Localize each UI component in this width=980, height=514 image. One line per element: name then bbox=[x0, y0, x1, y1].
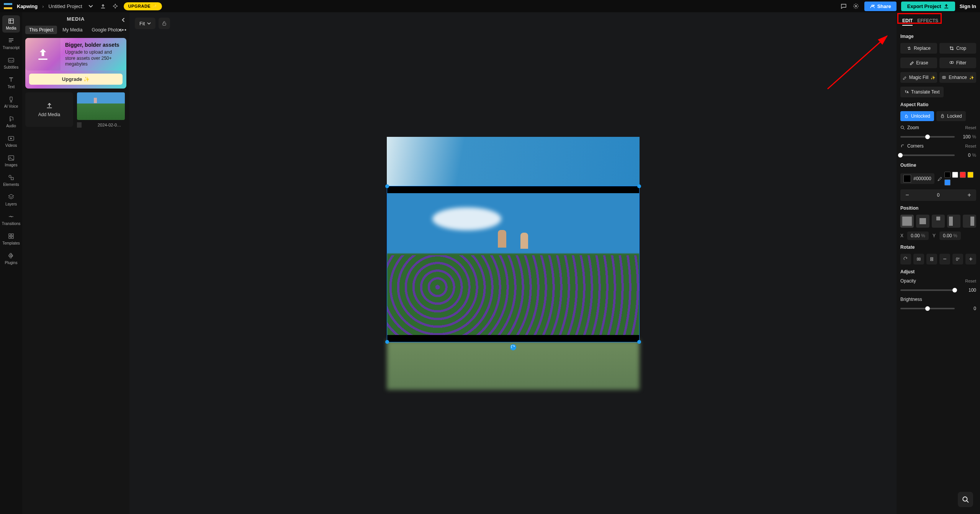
pos-right[interactable] bbox=[963, 215, 976, 228]
corners-slider[interactable] bbox=[900, 154, 955, 156]
resize-handle-bl[interactable] bbox=[385, 340, 389, 344]
comment-icon[interactable] bbox=[840, 2, 847, 10]
enhance-button[interactable]: Enhance✨ bbox=[939, 72, 976, 83]
rotate-handle[interactable] bbox=[510, 344, 516, 350]
swatch[interactable] bbox=[952, 172, 958, 178]
upgrade-pill[interactable]: UPGRADE ✨ bbox=[124, 2, 162, 10]
swatch[interactable] bbox=[960, 172, 966, 178]
promo-cta-button[interactable]: Upgrade ✨ bbox=[29, 74, 123, 85]
subtitles-icon bbox=[8, 57, 15, 64]
media-thumbnail[interactable] bbox=[77, 92, 125, 120]
plugins-icon bbox=[8, 252, 15, 259]
collapse-panel-button[interactable] bbox=[119, 16, 127, 24]
media-panel: MEDIA ••• This ProjectMy MediaGoogle Pho… bbox=[22, 12, 129, 514]
promo-desc: Upgrade to upload and store assets over … bbox=[65, 49, 122, 67]
zoom-reset[interactable]: Reset bbox=[965, 125, 976, 130]
swatch[interactable] bbox=[944, 172, 951, 178]
rail-item-elements[interactable]: Elements bbox=[2, 172, 20, 189]
text-icon bbox=[8, 76, 15, 83]
rail-item-subtitles[interactable]: Subtitles bbox=[2, 54, 20, 72]
tab-edit[interactable]: EDIT bbox=[902, 18, 913, 26]
magic-fill-button[interactable]: Magic Fill✨ bbox=[900, 72, 937, 83]
outline-plus-button[interactable]: + bbox=[962, 189, 976, 201]
media-filename: 2024-02-0… bbox=[77, 122, 125, 128]
resize-handle-br[interactable] bbox=[637, 340, 641, 344]
filter-button[interactable]: Filter bbox=[939, 57, 976, 68]
aspect-locked-chip[interactable]: Locked bbox=[936, 111, 966, 121]
rail-item-transitions[interactable]: Transitions bbox=[2, 211, 20, 228]
crop-button[interactable]: Crop bbox=[939, 43, 976, 54]
canvas[interactable]: Fit bbox=[129, 12, 897, 514]
pos-y-value[interactable]: 0.00 % bbox=[939, 232, 961, 240]
fit-dropdown[interactable]: Fit bbox=[135, 18, 155, 29]
opacity-slider[interactable] bbox=[900, 289, 955, 291]
rail-item-transcript[interactable]: Transcript bbox=[2, 35, 20, 52]
rail-item-templates[interactable]: Templates bbox=[2, 230, 20, 248]
zoom-slider[interactable] bbox=[900, 136, 955, 138]
pos-x-value[interactable]: 0.00 % bbox=[907, 232, 929, 240]
rail-label: Layers bbox=[5, 202, 17, 206]
project-name[interactable]: Untitled Project bbox=[49, 3, 82, 9]
opacity-reset[interactable]: Reset bbox=[965, 279, 976, 283]
sign-in-link[interactable]: Sign In bbox=[960, 3, 976, 9]
elements-icon bbox=[8, 174, 15, 181]
gear-icon[interactable] bbox=[852, 2, 860, 10]
right-sidebar: EDIT EFFECTS Image Replace Crop Erase Fi… bbox=[897, 12, 980, 514]
swatch[interactable] bbox=[944, 179, 951, 186]
pos-left[interactable] bbox=[947, 215, 960, 228]
rail-item-text[interactable]: Text bbox=[2, 74, 20, 91]
resize-handle-tl[interactable] bbox=[385, 184, 389, 188]
rail-item-aivoice[interactable]: AI Voice bbox=[2, 94, 20, 111]
rotate-minus-button[interactable]: − bbox=[939, 254, 950, 264]
rail-item-plugins[interactable]: Plugins bbox=[2, 250, 20, 267]
sparkle-icon[interactable] bbox=[111, 2, 119, 10]
transitions-icon bbox=[8, 213, 15, 220]
corners-reset[interactable]: Reset bbox=[965, 144, 976, 148]
selected-image[interactable] bbox=[387, 186, 640, 342]
search-fab[interactable] bbox=[958, 492, 973, 507]
rail-item-media[interactable]: Media bbox=[2, 15, 20, 33]
rail-item-audio[interactable]: Audio bbox=[2, 113, 20, 130]
aivoice-icon bbox=[8, 96, 15, 103]
rail-item-videos[interactable]: Videos bbox=[2, 133, 20, 150]
background-top bbox=[387, 137, 640, 187]
pos-y-label: Y bbox=[933, 233, 936, 238]
pos-fill[interactable] bbox=[900, 215, 914, 228]
rotate-value[interactable]: 0° bbox=[952, 254, 963, 264]
rotate-90-button[interactable] bbox=[900, 254, 911, 264]
media-tab-1[interactable]: My Media bbox=[59, 26, 86, 34]
translate-text-button[interactable]: Translate Text bbox=[900, 87, 944, 97]
brightness-label: Brightness bbox=[900, 297, 922, 302]
brightness-slider[interactable] bbox=[900, 308, 955, 309]
add-media-button[interactable]: Add Media bbox=[25, 92, 73, 127]
upload-icon[interactable] bbox=[99, 2, 107, 10]
export-button[interactable]: Export Project bbox=[901, 2, 955, 11]
flip-v-button[interactable] bbox=[926, 254, 937, 264]
rotate-plus-button[interactable]: + bbox=[965, 254, 976, 264]
outline-minus-button[interactable]: − bbox=[900, 189, 914, 201]
tab-effects[interactable]: EFFECTS bbox=[917, 18, 938, 26]
aspect-unlocked-chip[interactable]: Unlocked bbox=[900, 111, 934, 121]
audio-icon bbox=[8, 115, 15, 122]
pos-fit[interactable] bbox=[916, 215, 929, 228]
canvas-lock-button[interactable] bbox=[159, 18, 170, 29]
rail-label: AI Voice bbox=[4, 104, 18, 108]
outline-width-stepper[interactable]: − 0 + bbox=[900, 189, 976, 201]
swatch[interactable] bbox=[967, 172, 973, 178]
rail-item-layers[interactable]: Layers bbox=[2, 191, 20, 209]
brand-logo[interactable] bbox=[4, 3, 12, 9]
resize-handle-tr[interactable] bbox=[637, 184, 641, 188]
replace-button[interactable]: Replace bbox=[900, 43, 937, 54]
flip-h-button[interactable] bbox=[913, 254, 924, 264]
chevron-down-icon[interactable] bbox=[87, 2, 95, 10]
media-tab-0[interactable]: This Project bbox=[25, 26, 57, 34]
more-icon[interactable]: ••• bbox=[119, 27, 127, 33]
share-button[interactable]: Share bbox=[864, 2, 897, 11]
pos-top[interactable] bbox=[932, 215, 945, 228]
rail-item-images[interactable]: Images bbox=[2, 152, 20, 169]
eyedropper-icon[interactable] bbox=[937, 176, 942, 181]
section-adjust: Adjust bbox=[900, 269, 976, 274]
brand-name[interactable]: Kapwing bbox=[17, 3, 38, 9]
outline-color-input[interactable]: #000000 bbox=[900, 173, 934, 184]
erase-button[interactable]: Erase bbox=[900, 57, 937, 68]
